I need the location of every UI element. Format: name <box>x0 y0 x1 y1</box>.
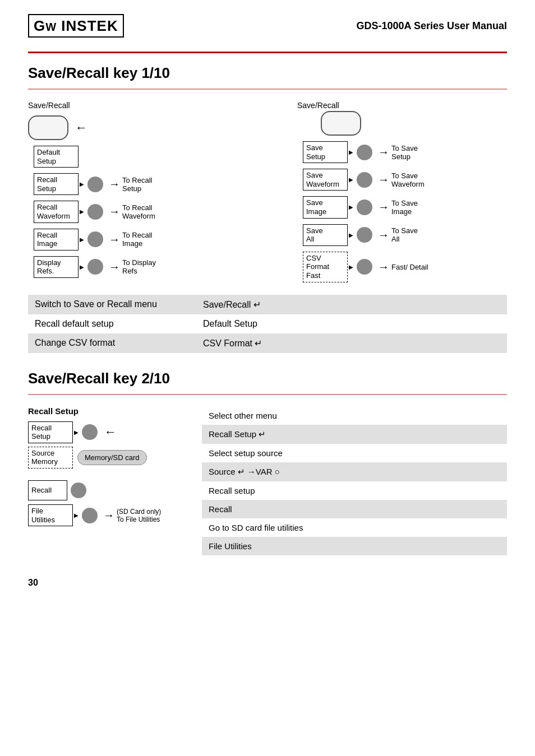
info-cell: File Utilities <box>202 537 507 555</box>
section2-title: Save/Recall key 2/10 <box>28 370 507 387</box>
save-waveform-row: SaveWaveform ▶ → To SaveWaveform <box>303 169 507 191</box>
section2-divider <box>28 394 507 395</box>
table-row: Select other menu <box>202 406 507 425</box>
action-cell: Recall default setup <box>28 314 196 333</box>
action-cell: Change CSV format <box>28 333 196 353</box>
recall-setup-diag-row: RecallSetup ▶ ← → <box>28 421 185 443</box>
header: GW INSTEK GDS-1000A Series User Manual <box>28 17 507 35</box>
save-waveform-label: SaveWaveform <box>303 169 348 191</box>
recall-diag-label: Recall <box>28 480 67 500</box>
save-image-row: SaveImage ▶ → To SaveImage <box>303 196 507 218</box>
file-utilities-label: FileUtilities <box>28 504 73 526</box>
file-utilities-diag-row: FileUtilities ▶ → (SD Card only)To File … <box>28 504 185 526</box>
memory-sd-card-box: Memory/SD card <box>77 450 147 465</box>
info-cell: Source ↵ →VAR ○ <box>202 462 507 481</box>
table-row: Recall default setup Default Setup <box>28 314 507 333</box>
recall-image-label: RecallImage <box>34 229 79 251</box>
section1-key-table: Switch to Save or Recall menu Save/Recal… <box>28 295 507 353</box>
section2-info: Select other menu Recall Setup ↵ Select … <box>202 406 507 555</box>
recall-setup-row: RecallSetup ▶ → To RecallSetup <box>34 173 297 195</box>
display-refs-label: DisplayRefs. <box>34 256 79 278</box>
recall-file-section: Recall FileUtilities ▶ → (SD Card only)T… <box>28 480 185 526</box>
csv-format-row: CSV FormatFast ▶ → Fast/ Detail <box>303 252 507 282</box>
section1-title: Save/Recall key 1/10 <box>28 64 507 82</box>
section2-diagram: Recall Setup RecallSetup ▶ ← → SourceMem… <box>28 406 185 530</box>
action-cell: Switch to Save or Recall menu <box>28 295 196 314</box>
save-all-row: SaveAll ▶ → To SaveAll <box>303 224 507 246</box>
source-memory-label: SourceMemory <box>28 447 73 469</box>
header-rule <box>28 52 507 53</box>
table-row: File Utilities <box>202 537 507 555</box>
table-row: Recall setup <box>202 481 507 500</box>
save-setup-label: SaveSetup <box>303 141 348 163</box>
recall-diag-row: Recall <box>28 480 185 501</box>
recall-waveform-row: RecallWaveform ▶ → To RecallWaveform <box>34 201 297 222</box>
source-memory-diag-row: SourceMemory Memory/SD card <box>28 447 185 469</box>
key-cell: Save/Recall ↵ <box>196 295 507 314</box>
table-row: Recall Setup ↵ <box>202 425 507 444</box>
info-cell: Recall <box>202 500 507 518</box>
left-save-recall-btn[interactable] <box>28 115 68 140</box>
default-setup-label: DefaultSetup <box>34 146 79 168</box>
info-cell: Recall Setup ↵ <box>202 425 507 444</box>
section2: Save/Recall key 2/10 Recall Setup Recall… <box>28 370 507 555</box>
header-title: GDS-1000A Series User Manual <box>357 20 507 32</box>
table-row: Switch to Save or Recall menu Save/Recal… <box>28 295 507 314</box>
right-save-recall-btn[interactable] <box>321 111 361 136</box>
table-row: Source ↵ →VAR ○ <box>202 462 507 481</box>
display-refs-row: DisplayRefs. ▶ → To DisplayRefs <box>34 256 297 278</box>
logo: GW INSTEK <box>28 17 124 35</box>
section1-divider <box>28 89 507 90</box>
table-row: Select setup source <box>202 444 507 462</box>
table-row: Recall <box>202 500 507 518</box>
table-row: Change CSV format CSV Format ↵ <box>28 333 507 353</box>
save-all-label: SaveAll <box>303 224 348 246</box>
info-cell: Select other menu <box>202 406 507 425</box>
info-cell: Recall setup <box>202 481 507 500</box>
csv-format-label: CSV FormatFast <box>303 252 348 282</box>
recall-waveform-label: RecallWaveform <box>34 201 79 222</box>
section2-table: Select other menu Recall Setup ↵ Select … <box>202 406 507 555</box>
save-setup-row: SaveSetup ▶ → To SaveSetup <box>303 141 507 163</box>
recall-setup-label: RecallSetup <box>34 173 79 195</box>
section1-diagram: Save/Recall ← → DefaultSetup RecallSetup <box>28 101 507 286</box>
page-number: 30 <box>28 578 507 588</box>
save-image-label: SaveImage <box>303 196 348 218</box>
info-cell: Go to SD card file utilities <box>202 518 507 537</box>
default-setup-row: DefaultSetup <box>34 146 297 168</box>
recall-image-row: RecallImage ▶ → To RecallImage <box>34 229 297 251</box>
recall-setup-diag-label: RecallSetup <box>28 421 73 443</box>
info-cell: Select setup source <box>202 444 507 462</box>
key-cell: CSV Format ↵ <box>196 333 507 353</box>
key-cell: Default Setup <box>196 314 507 333</box>
table-row: Go to SD card file utilities <box>202 518 507 537</box>
recall-setup-heading: Recall Setup <box>28 406 185 416</box>
page: GW INSTEK GDS-1000A Series User Manual S… <box>0 0 535 756</box>
